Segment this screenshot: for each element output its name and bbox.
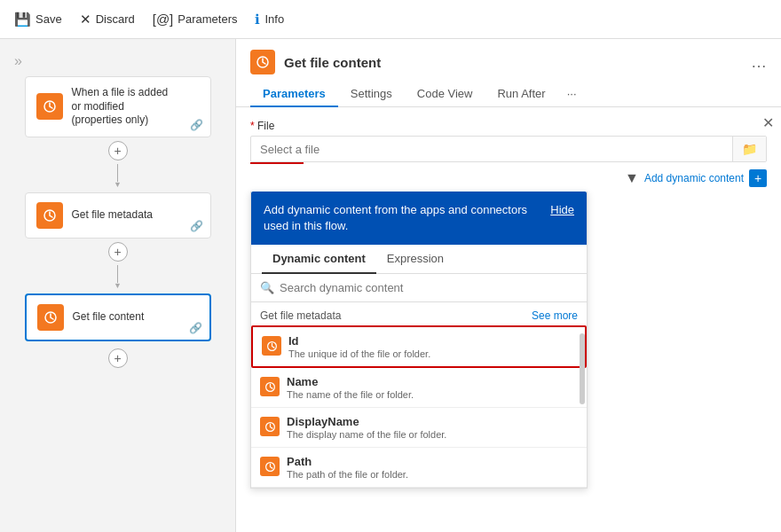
discard-button[interactable]: ✕ Discard (80, 12, 135, 27)
dynamic-item-name-label: Name (287, 375, 578, 388)
file-input[interactable] (251, 137, 732, 161)
discard-icon: ✕ (80, 12, 91, 27)
content-label: Get file content (73, 310, 145, 325)
save-button[interactable]: 💾 Save (14, 12, 62, 27)
add-dynamic-link[interactable]: Add dynamic content (644, 172, 744, 184)
panel-body: * File 📁 ▼ Add dynamic content + ✕ (236, 107, 781, 532)
info-label: Info (264, 12, 284, 26)
dynamic-banner-text: Add dynamic content from the apps and co… (264, 202, 540, 234)
dynamic-item-path-label: Path (287, 455, 578, 468)
dynamic-item-displayname-icon (260, 417, 280, 436)
tab-runafter[interactable]: Run After (485, 82, 557, 107)
expand-arrow[interactable]: » (14, 53, 22, 69)
see-more-link[interactable]: See more (532, 309, 578, 322)
dynamic-tab-content[interactable]: Dynamic content (262, 245, 376, 274)
panel-expand-icon[interactable]: … (751, 53, 767, 72)
file-field-label: * File (250, 120, 767, 132)
tab-settings[interactable]: Settings (338, 82, 405, 107)
dynamic-content-panel: Add dynamic content from the apps and co… (250, 192, 588, 489)
dynamic-item-path-content: Path The path of the file or folder. (287, 455, 578, 480)
dynamic-item-displayname[interactable]: DisplayName The display name of the file… (251, 408, 587, 448)
metadata-icon (36, 202, 63, 229)
dynamic-item-path-desc: The path of the file or folder. (287, 469, 578, 480)
info-button[interactable]: ℹ Info (255, 12, 284, 27)
flow-canvas: » When a file is addedor modified(proper… (0, 39, 235, 532)
discard-label: Discard (96, 12, 135, 26)
trigger-icon (36, 93, 63, 120)
panel-header: Get file content … (236, 39, 781, 74)
dynamic-item-path[interactable]: Path The path of the file or folder. (251, 448, 587, 488)
file-input-row: 📁 (250, 136, 767, 162)
toolbar: 💾 Save ✕ Discard [@] Parameters ℹ Info (0, 0, 781, 39)
panel-title: Get file content (284, 55, 381, 70)
parameters-button[interactable]: [@] Parameters (153, 12, 238, 27)
metadata-link-icon: 🔗 (190, 220, 203, 232)
save-icon: 💾 (14, 12, 31, 27)
dynamic-item-displayname-label: DisplayName (287, 415, 578, 428)
content-link-icon: 🔗 (189, 322, 202, 334)
dynamic-search-input[interactable] (280, 281, 578, 294)
trigger-label: When a file is addedor modified(properti… (72, 86, 169, 128)
tab-parameters[interactable]: Parameters (250, 82, 338, 107)
dynamic-item-id-content: Id The unique id of the file or folder. (288, 334, 576, 359)
dynamic-tabs: Dynamic content Expression (251, 245, 587, 274)
panel-tabs: Parameters Settings Code View Run After … (236, 74, 781, 107)
dynamic-tab-expression[interactable]: Expression (376, 245, 454, 274)
dynamic-item-name-content: Name The name of the file or folder. (287, 375, 578, 400)
tab-more[interactable]: ··· (558, 82, 586, 106)
dynamic-item-name[interactable]: Name The name of the file or folder. (251, 368, 587, 408)
dynamic-item-displayname-desc: The display name of the file or folder. (287, 429, 578, 440)
search-icon: 🔍 (260, 281, 274, 294)
dynamic-item-id-desc: The unique id of the file or folder. (288, 348, 576, 359)
dynamic-section-label: Get file metadata (260, 309, 341, 322)
dynamic-item-name-icon (260, 377, 280, 396)
add-between-1[interactable]: + (108, 141, 128, 160)
content-icon (37, 304, 64, 331)
dynamic-section-header: Get file metadata See more (251, 302, 587, 325)
trigger-link-icon: 🔗 (190, 119, 203, 131)
panel-header-icon (250, 50, 275, 74)
dynamic-item-name-desc: The name of the file or folder. (287, 389, 578, 400)
add-dynamic-button[interactable]: + (749, 169, 767, 187)
close-icon[interactable]: ✕ (762, 114, 774, 131)
dynamic-item-displayname-content: DisplayName The display name of the file… (287, 415, 578, 440)
scroll-thumb (580, 333, 585, 404)
dynamic-banner: Add dynamic content from the apps and co… (251, 192, 587, 245)
dynamic-item-id-icon (262, 336, 281, 356)
dropdown-chevron[interactable]: ▼ (625, 170, 639, 186)
tab-codeview[interactable]: Code View (405, 82, 485, 107)
parameters-icon: [@] (153, 12, 174, 27)
add-dynamic-row: ▼ Add dynamic content + (250, 169, 767, 187)
connector-2 (117, 265, 118, 283)
dynamic-item-path-icon (260, 457, 280, 476)
panel-controls: ✕ (762, 114, 774, 131)
right-panel: Get file content … Parameters Settings C… (235, 39, 781, 532)
dynamic-banner-hide[interactable]: Hide (550, 202, 574, 218)
dynamic-list: Id The unique id of the file or folder. … (251, 325, 587, 488)
flow-node-content[interactable]: Get file content 🔗 (25, 293, 211, 341)
add-between-2[interactable]: + (108, 242, 128, 262)
folder-icon[interactable]: 📁 (732, 137, 766, 161)
required-star: * (250, 120, 257, 132)
dynamic-item-id[interactable]: Id The unique id of the file or folder. (251, 325, 587, 368)
flow-node-metadata[interactable]: Get file metadata 🔗 (25, 192, 211, 239)
dynamic-search-row: 🔍 (251, 274, 587, 302)
connector-1 (117, 164, 118, 182)
main-layout: » When a file is addedor modified(proper… (0, 39, 781, 532)
add-after-content[interactable]: + (108, 348, 128, 368)
metadata-label: Get file metadata (72, 208, 153, 223)
dynamic-item-id-name: Id (288, 334, 576, 348)
save-label: Save (36, 12, 62, 26)
parameters-label: Parameters (178, 12, 237, 26)
file-input-underline (250, 162, 304, 164)
info-icon: ℹ (255, 12, 260, 27)
flow-node-trigger[interactable]: When a file is addedor modified(properti… (25, 76, 211, 137)
